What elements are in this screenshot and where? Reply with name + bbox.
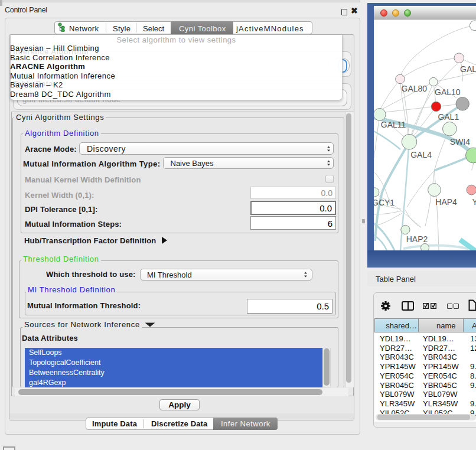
svg-text:GCY1: GCY1 [374, 198, 395, 207]
svg-text:GAL80: GAL80 [402, 84, 428, 93]
svg-text:GAL10: GAL10 [435, 87, 461, 97]
svg-text:GAL1: GAL1 [438, 112, 459, 122]
svg-text:GAL4: GAL4 [410, 150, 432, 159]
svg-text:Y: Y [472, 197, 476, 207]
svg-text:HAP2: HAP2 [406, 234, 428, 244]
svg-text:SWI4: SWI4 [450, 137, 470, 146]
svg-text:HAP4: HAP4 [435, 197, 457, 207]
svg-text:GAL7: GAL7 [460, 64, 476, 74]
svg-text:GAL11: GAL11 [381, 120, 406, 129]
